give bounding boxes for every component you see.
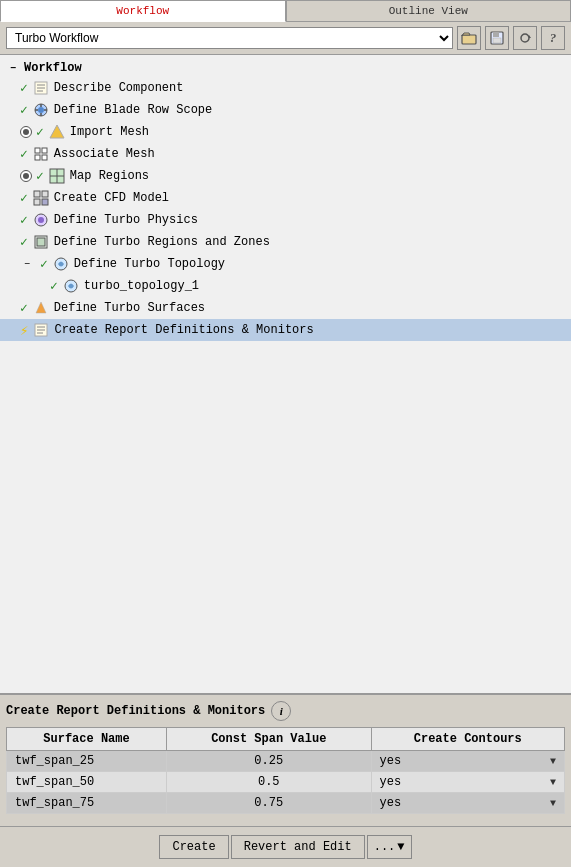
svg-rect-19: [42, 155, 47, 160]
check-icon: ✓: [36, 168, 44, 184]
more-dropdown-arrow: ▼: [397, 840, 404, 854]
svg-rect-2: [493, 32, 499, 37]
check-icon: ✓: [20, 146, 28, 162]
item-label: Define Turbo Surfaces: [54, 301, 205, 315]
refresh-button[interactable]: [513, 26, 537, 50]
radio-icon: [20, 126, 32, 138]
list-item[interactable]: ✓ Map Regions: [0, 165, 571, 187]
workflow-panel: − Workflow ✓ Describe Component ✓ Define…: [0, 55, 571, 695]
toolbar: Turbo Workflow ?: [0, 22, 571, 55]
turbo-physics-icon: [32, 211, 50, 229]
describe-component-icon: [32, 79, 50, 97]
svg-marker-15: [50, 125, 64, 138]
svg-rect-26: [42, 199, 48, 205]
svg-marker-4: [529, 35, 531, 38]
tab-bar: Workflow Outline View: [0, 0, 571, 22]
report-definitions-icon: [32, 321, 50, 339]
item-label: Define Turbo Regions and Zones: [54, 235, 270, 249]
svg-point-28: [38, 217, 44, 223]
cell-create-contours[interactable]: yes▼: [371, 772, 564, 793]
cell-const-span: 0.75: [167, 793, 372, 814]
svg-rect-0: [462, 35, 476, 44]
list-item[interactable]: ✓ Associate Mesh: [0, 143, 571, 165]
panel-title-row: Create Report Definitions & Monitors i: [6, 701, 565, 721]
list-item[interactable]: ✓ Describe Component: [0, 77, 571, 99]
import-mesh-icon: [48, 123, 66, 141]
check-icon: ✓: [20, 234, 28, 250]
cell-create-contours[interactable]: yes▼: [371, 793, 564, 814]
turbo-topology-icon: [52, 255, 70, 273]
create-button[interactable]: Create: [159, 835, 228, 859]
turbo-regions-icon: [32, 233, 50, 251]
tab-workflow[interactable]: Workflow: [0, 0, 286, 22]
list-item[interactable]: − ✓ Define Turbo Topology: [0, 253, 571, 275]
workflow-collapse-btn[interactable]: −: [6, 63, 20, 74]
blade-row-icon: [32, 101, 50, 119]
cell-create-contours[interactable]: yes▼: [371, 751, 564, 772]
workflow-header: − Workflow: [0, 59, 571, 77]
topology-collapse-btn[interactable]: −: [20, 259, 34, 270]
svg-rect-24: [42, 191, 48, 197]
lightning-icon: ⚡: [20, 322, 28, 339]
dropdown-arrow: ▼: [550, 798, 556, 809]
list-item[interactable]: ✓ Define Turbo Physics: [0, 209, 571, 231]
item-label: Define Blade Row Scope: [54, 103, 212, 117]
tab-outline-view[interactable]: Outline View: [286, 0, 572, 21]
map-regions-icon: [48, 167, 66, 185]
item-label: Associate Mesh: [54, 147, 155, 161]
col-header-span: Const Span Value: [167, 728, 372, 751]
bottom-panel: Create Report Definitions & Monitors i S…: [0, 695, 571, 826]
table-row: twf_span_250.25yes▼: [7, 751, 565, 772]
check-icon: ✓: [20, 80, 28, 96]
contours-value: yes: [380, 775, 402, 789]
item-label: Define Turbo Physics: [54, 213, 198, 227]
contours-value: yes: [380, 754, 402, 768]
list-item[interactable]: ✓ Define Blade Row Scope: [0, 99, 571, 121]
workflow-title: Workflow: [24, 61, 82, 75]
cell-surface-name: twf_span_50: [7, 772, 167, 793]
svg-rect-30: [37, 238, 45, 246]
cfd-model-icon: [32, 189, 50, 207]
associate-mesh-icon: [32, 145, 50, 163]
more-button[interactable]: ... ▼: [367, 835, 412, 859]
check-icon: ✓: [20, 190, 28, 206]
open-button[interactable]: [457, 26, 481, 50]
table-row: twf_span_500.5yes▼: [7, 772, 565, 793]
list-item[interactable]: ✓ Create CFD Model: [0, 187, 571, 209]
turbo-surfaces-icon: [32, 299, 50, 317]
check-icon: ✓: [50, 278, 58, 294]
info-button[interactable]: i: [271, 701, 291, 721]
cell-const-span: 0.5: [167, 772, 372, 793]
revert-and-edit-button[interactable]: Revert and Edit: [231, 835, 365, 859]
topology-1-icon: [62, 277, 80, 295]
svg-rect-16: [35, 148, 40, 153]
col-header-contours: Create Contours: [371, 728, 564, 751]
item-label: Define Turbo Topology: [74, 257, 225, 271]
radio-icon: [20, 170, 32, 182]
workflow-dropdown[interactable]: Turbo Workflow: [6, 27, 453, 49]
item-label: Describe Component: [54, 81, 184, 95]
list-item[interactable]: ✓ turbo_topology_1: [0, 275, 571, 297]
item-label: Create Report Definitions & Monitors: [54, 323, 313, 337]
check-icon: ✓: [36, 124, 44, 140]
item-label: Import Mesh: [70, 125, 149, 139]
check-icon: ✓: [20, 102, 28, 118]
list-item[interactable]: ✓ Import Mesh: [0, 121, 571, 143]
cell-const-span: 0.25: [167, 751, 372, 772]
svg-rect-23: [34, 191, 40, 197]
data-table: Surface Name Const Span Value Create Con…: [6, 727, 565, 814]
help-button[interactable]: ?: [541, 26, 565, 50]
list-item-active[interactable]: ⚡ Create Report Definitions & Monitors: [0, 319, 571, 341]
list-item[interactable]: ✓ Define Turbo Surfaces: [0, 297, 571, 319]
dropdown-arrow: ▼: [550, 777, 556, 788]
item-label: Map Regions: [70, 169, 149, 183]
dropdown-arrow: ▼: [550, 756, 556, 767]
svg-point-10: [38, 107, 44, 113]
svg-rect-3: [493, 38, 501, 43]
svg-rect-17: [42, 148, 47, 153]
list-item[interactable]: ✓ Define Turbo Regions and Zones: [0, 231, 571, 253]
main-area: − Workflow ✓ Describe Component ✓ Define…: [0, 55, 571, 826]
item-label: turbo_topology_1: [84, 279, 199, 293]
table-row: twf_span_750.75yes▼: [7, 793, 565, 814]
save-button[interactable]: [485, 26, 509, 50]
